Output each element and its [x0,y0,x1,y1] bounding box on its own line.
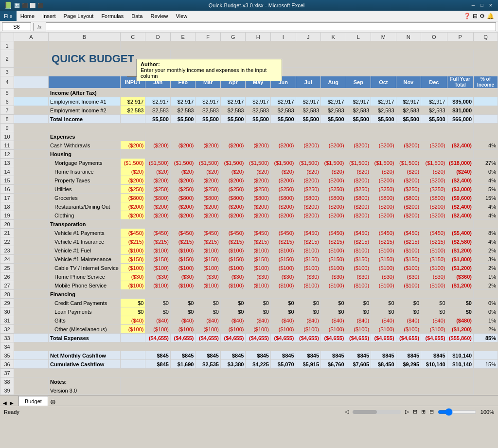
cell-h11[interactable]: ($200) [246,141,271,150]
cell-n15[interactable]: ($200) [396,176,421,185]
row-header-31[interactable]: 31 [0,316,14,325]
cell-o16[interactable]: ($250) [421,185,447,194]
cell-j32[interactable]: ($100) [296,325,321,334]
cell-n14[interactable]: ($20) [396,167,421,176]
cell-c11[interactable]: ($200) [120,141,145,150]
cell-f30[interactable]: $0 [196,307,221,316]
cell-d29[interactable]: $0 [145,299,171,307]
cell-e31[interactable]: ($40) [170,316,196,325]
cell-d25[interactable]: ($100) [145,264,171,272]
cell-d7[interactable]: $2,583 [145,106,171,115]
cell-q32[interactable]: 2% [474,325,498,334]
cell-m31[interactable]: ($40) [371,316,396,325]
cell-e24[interactable]: ($150) [170,255,196,264]
cell-e27[interactable]: ($100) [170,281,196,290]
cell-h29[interactable]: $0 [246,299,271,307]
cell-k13[interactable]: ($1,500) [321,159,346,167]
cell-g27[interactable]: ($100) [220,281,246,290]
cell-m11[interactable]: ($200) [371,141,396,150]
cell-n23[interactable]: ($100) [396,246,421,255]
cell-p15[interactable]: ($2,400) [447,176,473,185]
cell-k31[interactable]: ($40) [321,316,346,325]
cell-d13[interactable]: ($1,500) [145,159,171,167]
cell-o17[interactable]: ($800) [421,194,447,202]
cell-j30[interactable]: $0 [296,307,321,316]
cell-h26[interactable]: ($30) [246,272,271,281]
cell-k35[interactable]: $845 [321,351,346,360]
cell-j33[interactable]: ($4,655) [296,334,321,342]
cell-q22[interactable]: 4% [474,237,498,246]
cell-l13[interactable]: ($1,500) [346,159,371,167]
cell-f15[interactable]: ($200) [196,176,221,185]
col-header-l[interactable]: L [346,33,371,41]
cell-n13[interactable]: ($1,500) [396,159,421,167]
cell-c27[interactable]: ($100) [120,281,145,290]
cell-l15[interactable]: ($200) [346,176,371,185]
cell-c13[interactable]: ($1,500) [120,159,145,167]
cell-l36[interactable]: $7,605 [346,360,371,369]
cell-m26[interactable]: ($30) [371,272,396,281]
row-header-36[interactable]: 36 [0,360,14,369]
col-header-o[interactable]: O [421,33,447,41]
cell-f33[interactable]: ($4,655) [196,334,221,342]
cell-i16[interactable]: ($250) [271,185,296,194]
cell-o22[interactable]: ($215) [421,237,447,246]
cell-g15[interactable]: ($200) [220,176,246,185]
cell-b18[interactable]: Restaurants/Dining Out [49,202,121,211]
cell-b31[interactable]: Gifts [49,316,121,325]
cell-q8[interactable] [474,115,498,124]
cell-f24[interactable]: ($150) [196,255,221,264]
cell-p19[interactable]: ($2,400) [447,211,473,220]
cell-l30[interactable]: $0 [346,307,371,316]
cell-k26[interactable]: ($30) [321,272,346,281]
cell-a1[interactable] [14,41,49,50]
col-header-f[interactable]: F [196,33,221,41]
cell-f17[interactable]: ($800) [196,194,221,202]
cell-p8[interactable]: $66,000 [447,115,473,124]
cell-h32[interactable]: ($100) [246,325,271,334]
cell-n6[interactable]: $2,917 [396,97,421,106]
cell-p27[interactable]: ($1,200) [447,281,473,290]
cell-b26[interactable]: Home Phone Service [49,272,121,281]
cell-g32[interactable]: ($100) [220,325,246,334]
cell-o15[interactable]: ($200) [421,176,447,185]
cell-i11[interactable]: ($200) [271,141,296,150]
cell-k29[interactable]: $0 [321,299,346,307]
cell-j35[interactable]: $845 [296,351,321,360]
cell-p16[interactable]: ($3,000) [447,185,473,194]
cell-d11[interactable]: ($200) [145,141,171,150]
cell-e23[interactable]: ($100) [170,246,196,255]
cell-b8[interactable]: Total Income [49,115,121,124]
cell-p11[interactable]: ($2,400) [447,141,473,150]
row-header-35[interactable]: 35 [0,351,14,360]
add-sheet-button[interactable]: ⊕ [50,398,56,406]
col-header-p[interactable]: P [447,33,473,41]
cell-n17[interactable]: ($800) [396,194,421,202]
cell-p31[interactable]: ($480) [447,316,473,325]
cell-k17[interactable]: ($800) [321,194,346,202]
cell-o23[interactable]: ($100) [421,246,447,255]
cell-j25[interactable]: ($100) [296,264,321,272]
col-header-m[interactable]: M [371,33,396,41]
cell-g25[interactable]: ($100) [220,264,246,272]
cell-h21[interactable]: ($450) [246,229,271,237]
cell-k8[interactable]: $5,500 [321,115,346,124]
cell-e13[interactable]: ($1,500) [170,159,196,167]
row-header-34[interactable]: 34 [0,342,14,351]
cell-h23[interactable]: ($100) [246,246,271,255]
cell-f27[interactable]: ($100) [196,281,221,290]
cell-b30[interactable]: Loan Payments [49,307,121,316]
cell-q17[interactable]: 15% [474,194,498,202]
cell-h18[interactable]: ($200) [246,202,271,211]
cell-b24[interactable]: Vehicle #1 Maintenance [49,255,121,264]
cell-l8[interactable]: $5,500 [346,115,371,124]
cell-k30[interactable]: $0 [321,307,346,316]
cell-g16[interactable]: ($250) [220,185,246,194]
row-header-7[interactable]: 7 [0,106,14,115]
close-button[interactable]: ✕ [487,2,494,9]
row-header-27[interactable]: 27 [0,281,14,290]
cell-f14[interactable]: ($20) [196,167,221,176]
cell-m35[interactable]: $845 [371,351,396,360]
cell-i30[interactable]: $0 [271,307,296,316]
cell-p36[interactable]: $10,140 [447,360,473,369]
